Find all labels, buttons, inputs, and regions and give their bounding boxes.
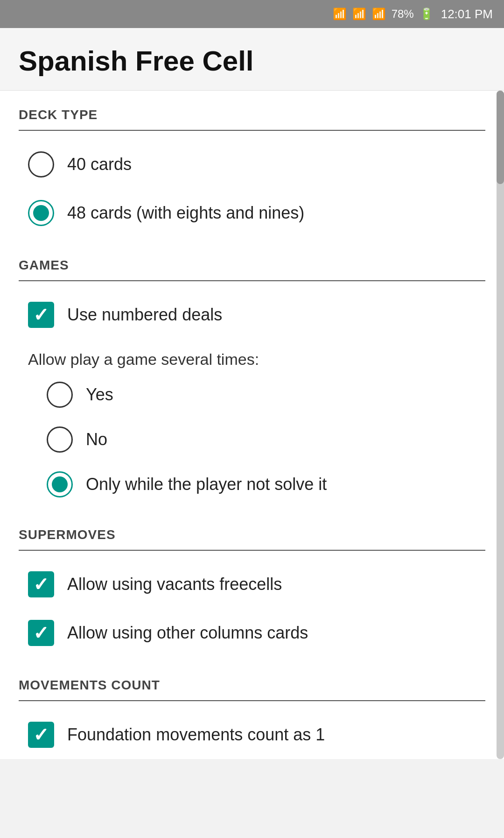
- radio-circle-48cards: [28, 200, 54, 226]
- checkmark-other-cols: ✓: [33, 624, 49, 642]
- radio-40cards[interactable]: 40 cards: [19, 140, 485, 189]
- checkbox-label-vacants: Allow using vacants freecells: [67, 575, 282, 594]
- checkbox-other-cols[interactable]: ✓ Allow using other columns cards: [19, 609, 485, 657]
- movements-count-divider: [19, 700, 485, 701]
- games-header: GAMES: [19, 241, 485, 280]
- checkbox-box-foundation-count: ✓: [28, 722, 54, 748]
- checkbox-box-numbered-deals: ✓: [28, 302, 54, 328]
- checkbox-label-foundation-count: Foundation movements count as 1: [67, 725, 325, 745]
- checkmark-vacants: ✓: [33, 575, 49, 594]
- checkmark-numbered-deals: ✓: [33, 305, 49, 324]
- scrollbar-thumb[interactable]: [497, 91, 504, 184]
- scrollbar-track[interactable]: [497, 91, 504, 759]
- radio-inner-only-while: [52, 476, 68, 492]
- app-title-bar: Spanish Free Cell: [0, 28, 504, 91]
- vibrate-icon: 📶: [333, 7, 347, 21]
- radio-circle-40cards: [28, 151, 54, 178]
- checkbox-numbered-deals[interactable]: ✓ Use numbered deals: [19, 291, 485, 339]
- section-supermoves: SUPERMOVES ✓ Allow using vacants freecel…: [0, 511, 504, 657]
- checkbox-label-numbered-deals: Use numbered deals: [67, 305, 222, 325]
- allow-play-label: Allow play a game several times:: [19, 339, 485, 372]
- battery-icon: 🔋: [420, 7, 434, 21]
- radio-label-48cards: 48 cards (with eights and nines): [67, 203, 304, 223]
- games-divider: [19, 280, 485, 281]
- radio-circle-yes: [47, 382, 73, 408]
- checkbox-foundation-count[interactable]: ✓ Foundation movements count as 1: [19, 710, 485, 759]
- radio-circle-only-while: [47, 471, 73, 497]
- checkbox-vacants[interactable]: ✓ Allow using vacants freecells: [19, 560, 485, 609]
- radio-label-no: No: [86, 430, 107, 449]
- supermoves-divider: [19, 550, 485, 551]
- radio-label-40cards: 40 cards: [67, 155, 132, 174]
- radio-yes[interactable]: Yes: [19, 372, 485, 417]
- section-movements-count: MOVEMENTS COUNT ✓ Foundation movements c…: [0, 661, 504, 759]
- checkbox-box-vacants: ✓: [28, 571, 54, 597]
- radio-only-while[interactable]: Only while the player not solve it: [19, 462, 485, 507]
- checkmark-foundation-count: ✓: [33, 725, 49, 744]
- content-wrapper: DECK TYPE 40 cards 48 cards (with eights…: [0, 91, 504, 759]
- checkbox-box-other-cols: ✓: [28, 620, 54, 646]
- radio-label-only-while: Only while the player not solve it: [86, 475, 327, 494]
- section-deck-type: DECK TYPE 40 cards 48 cards (with eights…: [0, 91, 504, 237]
- app-title: Spanish Free Cell: [19, 45, 485, 77]
- checkbox-label-other-cols: Allow using other columns cards: [67, 623, 308, 643]
- deck-type-divider: [19, 130, 485, 131]
- radio-label-yes: Yes: [86, 385, 113, 405]
- supermoves-title: SUPERMOVES: [19, 527, 485, 542]
- games-title: GAMES: [19, 258, 485, 273]
- status-bar: 📶 📶 📶 78% 🔋 12:01 PM: [0, 0, 504, 28]
- signal-icon: 📶: [372, 7, 386, 21]
- radio-circle-no: [47, 426, 73, 453]
- movements-count-title: MOVEMENTS COUNT: [19, 678, 485, 693]
- deck-type-header: DECK TYPE: [19, 91, 485, 130]
- status-time: 12:01 PM: [441, 7, 493, 21]
- movements-count-header: MOVEMENTS COUNT: [19, 661, 485, 700]
- radio-inner-48cards: [33, 205, 49, 221]
- supermoves-header: SUPERMOVES: [19, 511, 485, 550]
- section-games: GAMES ✓ Use numbered deals Allow play a …: [0, 241, 504, 507]
- deck-type-title: DECK TYPE: [19, 107, 485, 122]
- status-icons: 📶 📶 📶 78% 🔋: [333, 7, 434, 21]
- battery-percent: 78%: [392, 7, 414, 21]
- radio-no[interactable]: No: [19, 417, 485, 462]
- wifi-icon: 📶: [352, 7, 366, 21]
- radio-48cards[interactable]: 48 cards (with eights and nines): [19, 189, 485, 237]
